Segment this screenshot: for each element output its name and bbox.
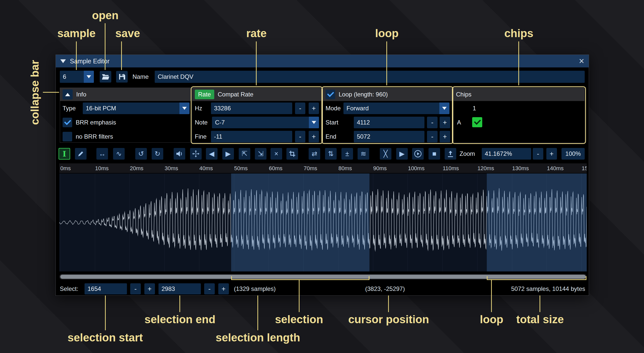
annotation-sample: sample [57, 27, 96, 40]
window-collapse-icon[interactable] [60, 59, 66, 63]
sample-type-value: 16-bit PCM [83, 103, 179, 114]
selection-start-plus-button[interactable]: + [144, 283, 155, 294]
annotation-chips: chips [504, 27, 533, 40]
zoom-reset-button[interactable]: 100% [561, 148, 585, 160]
waveform-area[interactable] [59, 173, 587, 271]
sign-button[interactable]: ± [341, 148, 353, 160]
selection-length-text: (1329 samples) [234, 283, 276, 294]
annotation-loop-bottom: loop [480, 313, 503, 326]
annotation-cursor-position: cursor position [348, 313, 429, 326]
selection-start-input[interactable]: 1654 [85, 283, 127, 294]
loop-header: Loop (length: 960) [323, 88, 452, 101]
fade-in-button[interactable]: ◀ [206, 148, 218, 160]
chevron-down-icon[interactable] [309, 117, 319, 128]
scrollbar-thumb[interactable] [60, 275, 586, 279]
zoom-minus-button[interactable]: - [533, 148, 543, 160]
sample-selector[interactable]: 6 [60, 71, 94, 83]
annotation-line [121, 41, 122, 70]
floppy-save-icon [118, 73, 125, 80]
no-brr-filters-checkbox[interactable] [63, 132, 72, 141]
selection-start-minus-button[interactable]: - [130, 283, 141, 294]
ruler-label: 120ms [477, 165, 494, 172]
annotation-loop-bracket [487, 279, 586, 280]
ruler-label: 10ms [95, 165, 109, 172]
sample-name-input[interactable]: Clarinet DQV [155, 71, 585, 83]
sample-type-select[interactable]: 16-bit PCM [83, 103, 190, 114]
timeline-ruler[interactable]: 0ms10ms20ms30ms40ms50ms60ms70ms80ms90ms1… [59, 163, 587, 173]
loop-end-plus-button[interactable]: + [440, 131, 450, 142]
chip-enable-checkbox[interactable] [472, 117, 482, 127]
filter-button[interactable]: ≋ [358, 148, 369, 160]
save-sample-button[interactable] [116, 71, 128, 83]
stop-button[interactable]: ■ [428, 148, 440, 160]
hz-plus-button[interactable]: + [309, 103, 319, 114]
edit-mode-button[interactable]: I [59, 148, 70, 160]
folder-open-icon [101, 73, 110, 80]
undo-button[interactable]: ↺ [135, 148, 147, 160]
fade-out-button[interactable]: ▶ [222, 148, 234, 160]
loop-start-minus-button[interactable]: - [427, 117, 438, 128]
play-button[interactable] [412, 148, 424, 160]
reverse-button[interactable]: ⇄ [309, 148, 320, 160]
trim-button[interactable] [286, 148, 298, 160]
annotation-line [388, 295, 389, 312]
annotation-line [540, 295, 540, 312]
name-label: Name [132, 71, 149, 83]
ruler-label: 20ms [130, 165, 143, 172]
loop-enable-checkbox[interactable] [326, 90, 335, 99]
fine-plus-button[interactable]: + [309, 131, 319, 142]
draw-mode-button[interactable] [75, 148, 87, 160]
zoom-input[interactable]: 41.1672% [482, 148, 531, 160]
resample-button[interactable]: ∿ [113, 148, 125, 160]
chevron-down-icon[interactable] [84, 71, 94, 83]
brr-emphasis-checkbox[interactable] [63, 118, 72, 127]
selection-end-input[interactable]: 2983 [158, 283, 201, 294]
annotation-save: save [115, 27, 140, 40]
selection-end-minus-button[interactable]: - [204, 283, 215, 294]
brr-emphasis-label: BRR emphasis [76, 117, 116, 128]
open-sample-button[interactable] [100, 71, 111, 83]
insert-silence-button[interactable]: ⇱ [239, 148, 250, 160]
invert-button[interactable]: ⇅ [325, 148, 337, 160]
loop-mode-select[interactable]: Forward [343, 103, 449, 114]
annotation-selection-end: selection end [144, 313, 215, 326]
chevron-down-icon[interactable] [439, 103, 449, 114]
loop-start-input[interactable]: 4112 [354, 117, 424, 128]
waveform-scrollbar[interactable] [59, 274, 587, 280]
close-icon[interactable]: × [579, 57, 584, 66]
loop-start-plus-button[interactable]: + [440, 117, 450, 128]
chip-row-label: A [457, 117, 461, 128]
ruler-label: 30ms [165, 165, 178, 172]
note-select[interactable]: C-7 [212, 117, 319, 128]
annotation-line [386, 41, 387, 85]
window-titlebar[interactable]: Sample Editor × [56, 55, 589, 67]
amplify-button[interactable] [174, 148, 185, 160]
annotation-line [231, 276, 232, 279]
zoom-plus-button[interactable]: + [546, 148, 557, 160]
normalize-button[interactable] [190, 148, 202, 160]
collapse-bar-button[interactable] [63, 89, 73, 99]
hz-input[interactable]: 33286 [211, 103, 292, 114]
chips-header-label: Chips [456, 91, 471, 98]
export-button[interactable] [445, 148, 456, 160]
selection-end-plus-button[interactable]: + [218, 283, 229, 294]
rate-section: Rate Compat Rate Hz 33286 - + Note C-7 F… [192, 88, 321, 143]
fine-input[interactable]: -11 [211, 131, 292, 142]
loop-section: Loop (length: 960) Mode Forward Start 41… [323, 88, 452, 143]
crossfade-loop-button[interactable]: ╳ [380, 148, 391, 160]
rate-header-label: Compat Rate [218, 91, 253, 98]
loop-end-input[interactable]: 5072 [354, 131, 424, 142]
preview-button[interactable]: ▶ [396, 148, 408, 160]
chevron-down-icon[interactable] [179, 103, 190, 114]
chip-column-label: 1 [473, 103, 476, 114]
hz-minus-button[interactable]: - [295, 103, 305, 114]
delete-button[interactable]: × [271, 148, 282, 160]
redo-button[interactable]: ↻ [152, 148, 163, 160]
loop-end-minus-button[interactable]: - [427, 131, 438, 142]
resize-button[interactable]: ↔ [96, 148, 108, 160]
apply-silence-button[interactable]: ⇲ [255, 148, 266, 160]
annotation-total-size: total size [516, 313, 564, 326]
select-label: Select: [60, 283, 78, 294]
ruler-label: 60ms [269, 165, 282, 172]
fine-minus-button[interactable]: - [295, 131, 305, 142]
